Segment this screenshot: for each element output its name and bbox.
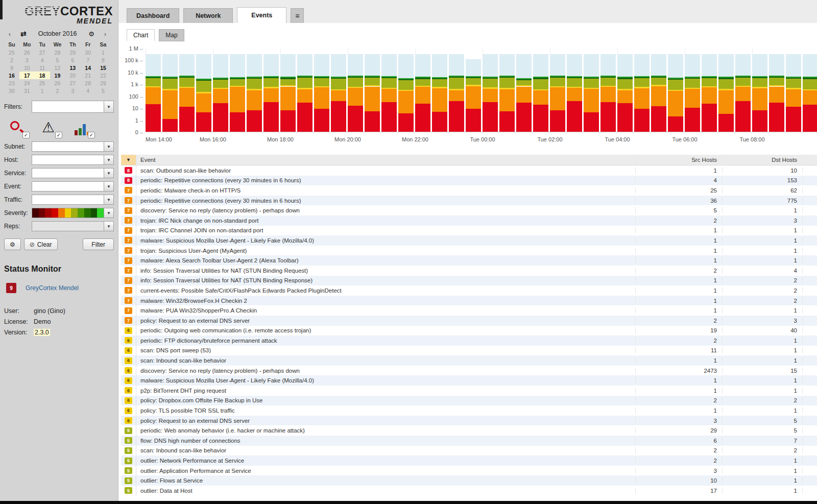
stacked-bar[interactable] [247, 49, 262, 132]
table-row[interactable]: 7current-events: Possible Safe/CritX/Fla… [121, 285, 817, 296]
calendar-settings-icon[interactable]: ⚙ [88, 30, 94, 38]
calendar-day[interactable]: 13 [65, 64, 80, 71]
stacked-bar[interactable] [230, 49, 245, 132]
stacked-bar[interactable] [263, 49, 279, 132]
events-filter-checkbox[interactable]: ✓ [55, 132, 62, 138]
stacked-bar[interactable] [786, 49, 801, 132]
event-name-cell[interactable]: discovery: Service no reply (latency pro… [136, 207, 636, 213]
table-row[interactable]: 6periodic: Outgoing web communication (i… [121, 326, 817, 336]
event-name-cell[interactable]: policy: Dropbox.com Offsite File Backup … [136, 397, 636, 403]
table-row[interactable]: 7periodic: Repetitive connections (every… [121, 196, 817, 206]
calendar-day[interactable]: 27 [35, 49, 50, 56]
event-name-cell[interactable]: outlier: Data at Host [136, 488, 636, 494]
event-name-cell[interactable]: periodic: Repetitive connections (every … [136, 198, 636, 204]
stacked-bar[interactable] [567, 49, 582, 132]
stacked-bar[interactable] [314, 49, 329, 132]
service-input[interactable] [32, 168, 104, 178]
table-row[interactable]: 7periodic: Malware check-in on HTTP/S256… [121, 185, 817, 196]
calendar-day[interactable]: 30 [4, 87, 19, 94]
traffic-dropdown-icon[interactable]: ▼ [104, 195, 114, 205]
event-name-cell[interactable]: info: Session Traversal Utilities for NA… [136, 277, 636, 283]
service-dropdown-icon[interactable]: ▼ [104, 168, 114, 178]
table-row[interactable]: 7trojan: IRC Channel JOIN on non-standar… [121, 226, 817, 236]
tab-network[interactable]: Network [183, 8, 233, 23]
stacked-bar[interactable] [718, 49, 734, 132]
events-filter-toggle[interactable]: ⚠ ✓ [42, 120, 59, 136]
table-row[interactable]: 6scan: DNS port sweep (53)111 [121, 346, 817, 356]
calendar-day[interactable]: 18 [35, 71, 50, 79]
stacked-bar[interactable] [162, 49, 178, 132]
stacked-bar[interactable] [196, 49, 211, 132]
stacked-bar[interactable] [449, 49, 464, 132]
table-row[interactable]: 6policy: Request to an external DNS serv… [121, 416, 817, 426]
calendar-day[interactable]: 5 [50, 56, 65, 64]
calendar-day[interactable]: 14 [80, 64, 95, 71]
event-input[interactable] [32, 181, 104, 191]
chart-filter-toggle[interactable]: ✓ [75, 120, 92, 136]
event-dropdown-icon[interactable]: ▼ [104, 181, 114, 191]
table-row[interactable]: 7malware: Suspicious Mozilla User-Agent … [121, 235, 817, 246]
calendar-day[interactable]: 4 [35, 56, 50, 64]
table-row[interactable]: 5outlier: Application Performance at Ser… [121, 466, 817, 476]
subtab-map[interactable]: Map [159, 29, 184, 41]
stacked-bar[interactable] [752, 49, 767, 132]
calendar-day[interactable]: 31 [19, 87, 35, 94]
table-row[interactable]: 7info: Session Traversal Utilities for N… [121, 266, 817, 276]
calendar-day[interactable]: 26 [19, 49, 35, 56]
calendar-day[interactable]: 15 [95, 64, 111, 71]
calendar-prev-icon[interactable]: ‹ [6, 30, 13, 38]
table-row[interactable]: 5outlier: Flows at Service101 [121, 475, 817, 486]
calendar-day[interactable]: 24 [19, 79, 35, 87]
calendar-day[interactable]: 1 [95, 49, 111, 56]
stacked-bar[interactable] [432, 49, 447, 132]
calendar-day[interactable]: 2 [4, 56, 19, 64]
calendar-day[interactable]: 22 [95, 71, 111, 79]
reps-input[interactable] [32, 221, 104, 231]
calendar-day[interactable]: 4 [80, 87, 95, 94]
calendar-day[interactable]: 30 [80, 49, 95, 56]
tab-dashboard[interactable]: Dashboard [127, 8, 179, 23]
filters-dropdown-icon[interactable]: ▼ [104, 101, 114, 113]
filters-input[interactable] [32, 101, 104, 113]
chart-filter-checkbox[interactable]: ✓ [88, 132, 95, 138]
subnet-input[interactable] [32, 141, 104, 152]
event-name-cell[interactable]: malware: Suspicious Mozilla User-Agent -… [136, 377, 636, 383]
severity-gradient-strip[interactable] [32, 208, 104, 218]
event-name-cell[interactable]: trojan: IRC Nick change on non-standard … [136, 218, 636, 224]
event-name-cell[interactable]: scan: Outbound scan-like behavior [136, 167, 636, 174]
stacked-bar[interactable] [634, 49, 650, 132]
calendar-day[interactable]: 27 [65, 79, 80, 87]
calendar-day[interactable]: 25 [35, 79, 50, 87]
calendar-day[interactable]: 21 [80, 71, 95, 79]
table-row[interactable]: 6malware: Suspicious Mozilla User-Agent … [121, 375, 817, 386]
tab-events[interactable]: Events [237, 7, 286, 23]
host-input[interactable] [32, 155, 104, 165]
calendar-day[interactable]: 5 [95, 87, 111, 94]
event-name-cell[interactable]: policy: Request to an external DNS serve… [136, 418, 636, 424]
calendar-day[interactable]: 16 [4, 71, 19, 79]
calendar-day[interactable]: 7 [80, 56, 95, 64]
tab-menu[interactable]: ≡ [291, 8, 304, 23]
calendar-day[interactable]: 12 [50, 64, 65, 71]
status-link[interactable]: GreyCortex Mendel [26, 284, 79, 292]
event-name-cell[interactable]: outlier: Flows at Service [136, 477, 636, 484]
table-row[interactable]: 6periodic: FTP dictionary/bruteforce per… [121, 335, 817, 346]
table-row[interactable]: 7malware: Alexa Search Toolbar User-Agen… [121, 255, 817, 266]
table-row[interactable]: 8periodic: Repetitive connections (every… [121, 176, 817, 186]
event-name-cell[interactable]: scan: Inbound scan-like behavior [136, 357, 636, 364]
table-row[interactable]: 7trojan: Suspicious User-Agent (MyAgent)… [121, 246, 817, 256]
event-name-cell[interactable]: current-events: Possible Safe/CritX/Flas… [136, 287, 636, 294]
table-row[interactable]: 8scan: Outbound scan-like behavior110 [121, 165, 817, 176]
event-name-cell[interactable]: malware: Alexa Search Toolbar User-Agent… [136, 257, 636, 263]
table-row[interactable]: 7info: Session Traversal Utilities for N… [121, 276, 817, 286]
calendar-day[interactable]: 20 [65, 71, 80, 79]
table-row[interactable]: 7malware: Win32/BrowseFox.H Checkin 212 [121, 296, 817, 306]
calendar-day[interactable]: 10 [19, 64, 35, 71]
stacked-bar[interactable] [499, 49, 515, 132]
table-row[interactable]: 5outlier: Network Performance at Service… [121, 455, 817, 466]
stacked-bar[interactable] [735, 49, 751, 132]
clear-button[interactable]: ⊘Clear [24, 238, 58, 250]
event-name-cell[interactable]: policy: TLS possible TOR SSL traffic [136, 407, 636, 414]
table-row[interactable]: 7discovery: Service no reply (latency pr… [121, 205, 817, 215]
calendar-day[interactable]: 9 [4, 64, 19, 71]
